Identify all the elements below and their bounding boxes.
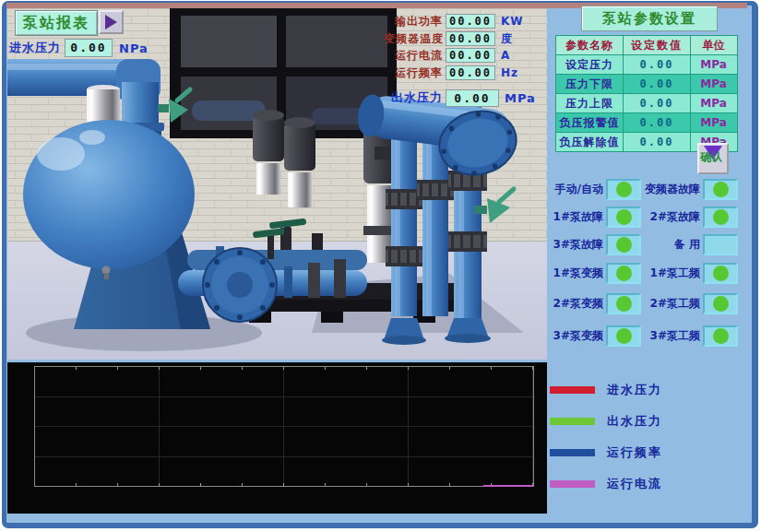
status-lamp bbox=[606, 263, 641, 284]
run-current-readout: 运行电流 00.00 A bbox=[384, 47, 548, 64]
status-label: 1#泵故障 bbox=[548, 209, 603, 225]
param-value[interactable]: 0.00 bbox=[624, 55, 691, 74]
confirm-label: 确认 bbox=[699, 149, 727, 165]
status-lamp bbox=[606, 325, 641, 347]
table-row: 负压报警值 0.00 MPa bbox=[556, 112, 737, 132]
readout-unit: A bbox=[501, 49, 510, 62]
legend-swatch-run-frequency bbox=[550, 449, 595, 456]
readout-label: 运行电流 bbox=[384, 48, 443, 64]
param-name: 负压解除值 bbox=[556, 133, 624, 151]
readout-value: 00.00 bbox=[446, 48, 495, 63]
axis-ticks-top bbox=[35, 367, 533, 370]
legend-item: 出水压力 bbox=[550, 412, 662, 431]
legend-label: 出水压力 bbox=[607, 413, 662, 430]
status-lamp bbox=[606, 207, 641, 228]
param-unit: MPa bbox=[691, 113, 736, 132]
status-label: 2#泵工频 bbox=[641, 296, 700, 312]
legend-item: 进水压力 bbox=[550, 381, 662, 399]
param-value[interactable]: 0.00 bbox=[624, 94, 691, 112]
readout-label: 变频器温度 bbox=[384, 31, 443, 47]
param-value[interactable]: 0.00 bbox=[624, 75, 691, 93]
readout-label: 输出功率 bbox=[384, 14, 443, 30]
param-value[interactable]: 0.00 bbox=[624, 133, 691, 151]
readout-unit: 度 bbox=[501, 31, 513, 47]
lamp-on-icon bbox=[713, 296, 729, 312]
settings-table: 参数名称 设定数值 单位 设定压力 0.00 MPa 压力下限 0.00 MPa… bbox=[555, 35, 738, 152]
outlet-pressure-readout: 出水压力 0.00 MPa bbox=[384, 89, 548, 106]
lamp-on-icon bbox=[616, 266, 632, 281]
readout-value: 00.00 bbox=[446, 31, 495, 46]
table-row: 压力下限 0.00 MPa bbox=[556, 74, 737, 93]
readout-value: 0.00 bbox=[446, 89, 499, 107]
status-label: 2#泵故障 bbox=[641, 209, 700, 225]
param-name: 压力上限 bbox=[556, 94, 624, 112]
readout-unit: MPa bbox=[505, 91, 536, 105]
report-button[interactable]: 泵站报表 bbox=[15, 10, 98, 36]
run-current-trace bbox=[483, 485, 533, 487]
param-name: 负压报警值 bbox=[556, 113, 624, 132]
lamp-on-icon bbox=[713, 328, 729, 344]
status-label: 1#泵工频 bbox=[641, 266, 700, 281]
lamp-on-icon bbox=[616, 296, 632, 312]
legend-label: 运行电流 bbox=[607, 476, 662, 492]
col-unit: 单位 bbox=[691, 36, 736, 54]
table-row: 设定压力 0.00 MPa bbox=[556, 54, 737, 74]
report-nav-button[interactable] bbox=[99, 10, 124, 34]
pump-unit-2 bbox=[284, 117, 315, 207]
status-lamp bbox=[606, 179, 641, 200]
status-row: 手动/自动 变频器故障 bbox=[548, 178, 743, 200]
status-lamp bbox=[703, 234, 738, 255]
col-param-name: 参数名称 bbox=[556, 36, 624, 54]
status-label: 变频器故障 bbox=[641, 182, 700, 197]
param-name: 压力下限 bbox=[556, 75, 624, 93]
settings-table-header: 参数名称 设定数值 单位 bbox=[556, 36, 737, 54]
status-lamp bbox=[606, 293, 641, 314]
status-label: 3#泵故障 bbox=[548, 237, 603, 253]
status-lamp bbox=[703, 293, 738, 314]
status-lamp bbox=[606, 234, 641, 255]
lamp-on-icon bbox=[713, 182, 729, 197]
param-unit: MPa bbox=[691, 94, 736, 112]
status-label: 备 用 bbox=[641, 237, 700, 253]
readout-label: 运行频率 bbox=[384, 65, 443, 81]
status-row: 3#泵故障 备 用 bbox=[548, 233, 743, 255]
inlet-pressure-readout: 进水压力 0.00 NPa bbox=[9, 39, 149, 57]
status-label: 手动/自动 bbox=[548, 182, 603, 197]
confirm-button[interactable]: 确认 bbox=[697, 143, 729, 174]
col-set-value: 设定数值 bbox=[624, 36, 691, 54]
legend-swatch-inlet-pressure bbox=[550, 386, 595, 394]
manifold-blind-flange bbox=[203, 248, 277, 322]
play-icon bbox=[105, 15, 117, 30]
legend-label: 进水压力 bbox=[607, 382, 662, 398]
trend-chart bbox=[7, 362, 547, 514]
legend-item: 运行频率 bbox=[550, 443, 662, 462]
status-label: 1#泵变频 bbox=[548, 266, 603, 281]
pump-station-scene: 泵站报表 进水压力 0.00 NPa 输出功率 00.00 KW 变频器温度 0… bbox=[7, 8, 547, 360]
readout-unit: KW bbox=[501, 15, 524, 28]
lamp-on-icon bbox=[616, 237, 632, 253]
inlet-pressure-value: 0.00 bbox=[65, 39, 113, 57]
legend-swatch-run-current bbox=[550, 480, 595, 488]
readout-value: 00.00 bbox=[446, 65, 495, 80]
hmi-screen: 泵站报表 进水压力 0.00 NPa 输出功率 00.00 KW 变频器温度 0… bbox=[0, 0, 761, 532]
inverter-temp-readout: 变频器温度 00.00 度 bbox=[384, 30, 548, 47]
lamp-on-icon bbox=[616, 182, 632, 197]
status-row: 3#泵变频 3#泵工频 bbox=[548, 325, 743, 347]
param-value[interactable]: 0.00 bbox=[624, 113, 691, 132]
readout-label: 出水压力 bbox=[384, 89, 443, 106]
status-row: 1#泵变频 1#泵工频 bbox=[548, 262, 743, 284]
lamp-on-icon bbox=[713, 209, 729, 225]
status-lamp bbox=[703, 263, 738, 284]
status-lamp bbox=[703, 207, 738, 228]
inlet-pressure-unit: NPa bbox=[119, 41, 149, 55]
readout-value: 00.00 bbox=[446, 14, 495, 29]
status-row: 1#泵故障 2#泵故障 bbox=[548, 206, 743, 228]
status-lamp bbox=[703, 325, 738, 347]
run-frequency-readout: 运行频率 00.00 Hz bbox=[384, 65, 548, 81]
legend-label: 运行频率 bbox=[607, 444, 662, 461]
output-power-readout: 输出功率 00.00 KW bbox=[384, 13, 548, 30]
pump-unit-1 bbox=[253, 110, 284, 195]
lamp-on-icon bbox=[616, 209, 632, 225]
status-row: 2#泵变频 2#泵工频 bbox=[548, 292, 743, 314]
legend-item: 运行电流 bbox=[550, 475, 662, 493]
